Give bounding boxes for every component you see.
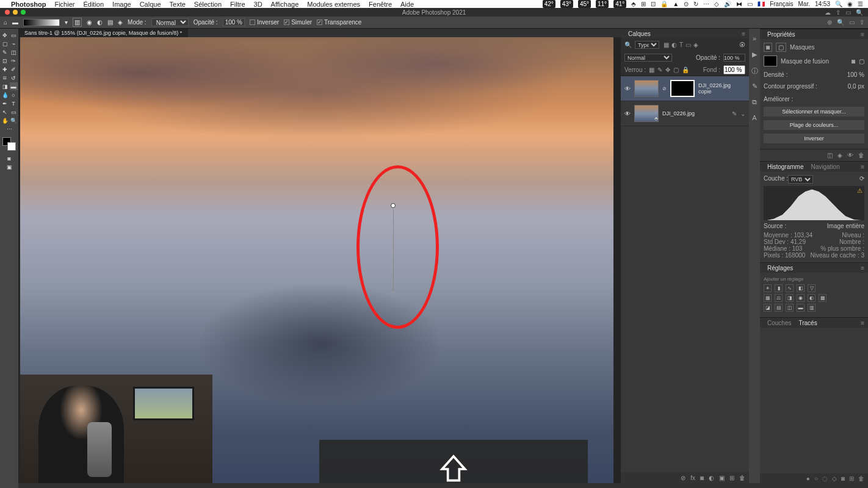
lock-all-icon[interactable]: 🔒 <box>682 66 689 73</box>
quick-mask-icon[interactable]: ◙ <box>5 154 13 162</box>
brush-settings-icon[interactable]: ✎ <box>750 82 759 91</box>
menu-edition[interactable]: Édition <box>83 1 104 8</box>
panel-menu-icon[interactable]: ≡ <box>861 265 864 271</box>
panel-menu-icon[interactable]: ≡ <box>742 30 745 37</box>
zoom-tool[interactable]: 🔍 <box>10 117 18 124</box>
lock-trans-icon[interactable]: ▦ <box>649 66 654 73</box>
menu-fichier[interactable]: Fichier <box>54 1 74 8</box>
control-center-icon[interactable]: ☰ <box>858 1 863 7</box>
mask-add-icon[interactable]: ▢ <box>859 58 864 65</box>
shape-tool[interactable]: ▭ <box>10 108 18 116</box>
link-icon[interactable]: ⊘ <box>662 86 667 92</box>
layer-thumbnail[interactable]: ⬘ <box>634 105 659 122</box>
gradient-swatch[interactable] <box>23 19 60 26</box>
battery-icon[interactable]: ▭ <box>747 1 753 7</box>
quick-select-tool[interactable]: ✎ <box>1 48 9 56</box>
dither-checkbox[interactable]: ✓Simuler <box>284 19 312 26</box>
gradient-tool[interactable]: ▬ <box>10 82 18 90</box>
hand-tool[interactable]: ✋ <box>1 117 9 124</box>
clone-source-icon[interactable]: ⧉ <box>750 98 759 107</box>
new-path-icon[interactable]: ⊞ <box>849 475 854 482</box>
color-range-button[interactable]: Plage de couleurs... <box>764 120 864 130</box>
menu-app[interactable]: Photoshop <box>11 1 46 8</box>
fill-path-icon[interactable]: ● <box>806 475 810 482</box>
blend-mode-select[interactable]: Normal <box>624 54 672 62</box>
color-lookup-icon[interactable]: ▩ <box>819 294 826 302</box>
info-icon[interactable]: ⓘ <box>750 66 759 75</box>
blend-mode-select[interactable]: Normal <box>151 18 189 26</box>
reverse-checkbox[interactable]: Inverser <box>250 19 279 26</box>
paths-tab[interactable]: Tracés <box>795 318 820 328</box>
lasso-tool[interactable]: ⌁ <box>10 40 18 48</box>
filter-toggle-icon[interactable]: ⦿ <box>739 41 745 48</box>
layer-row[interactable]: 👁 ⬘ DJI_0226.jpg ✎ ⌄ <box>621 101 749 126</box>
source-value[interactable]: Image entière <box>827 223 864 229</box>
chevron-icon[interactable]: ⌄ <box>740 110 745 117</box>
apply-mask-icon[interactable]: ◈ <box>837 152 842 159</box>
density-value[interactable]: 100 % <box>847 71 864 78</box>
lang-label[interactable]: Français <box>770 1 793 7</box>
invert-icon[interactable]: ◪ <box>764 304 772 312</box>
transparency-checkbox[interactable]: ✓Transparence <box>317 19 361 26</box>
link-layers-icon[interactable]: ⊘ <box>681 475 685 481</box>
stamp-tool[interactable]: ⧇ <box>1 74 9 82</box>
edit-toolbar[interactable]: ⋯ <box>5 125 13 133</box>
invert-button[interactable]: Inverser <box>764 134 864 143</box>
gradient-type-radial-icon[interactable]: ◉ <box>87 19 92 26</box>
mask-select-icon[interactable]: ◙ <box>852 58 855 65</box>
lock-nest-icon[interactable]: ▢ <box>673 66 679 73</box>
pen-tool[interactable]: ✒ <box>1 99 9 107</box>
delete-mask-icon[interactable]: 🗑 <box>858 152 864 159</box>
path-select-tool[interactable]: ↖ <box>1 108 9 116</box>
menubar-icon[interactable]: ⊡ <box>651 1 656 7</box>
brush-tool[interactable]: ✐ <box>10 65 18 73</box>
new-layer-icon[interactable]: ⊞ <box>729 475 734 481</box>
channels-tab[interactable]: Couches <box>764 318 795 328</box>
visibility-icon[interactable]: 👁 <box>624 85 631 92</box>
delete-icon[interactable]: 🗑 <box>739 475 745 481</box>
share-icon[interactable]: ⇪ <box>859 19 864 26</box>
move-tool[interactable]: ✥ <box>1 31 9 39</box>
gradient-type-reflected-icon[interactable]: ▤ <box>107 19 113 26</box>
layers-tab[interactable]: Calques <box>624 29 654 38</box>
gradient-type-linear-icon[interactable]: ▥ <box>73 18 82 27</box>
menubar-icon[interactable]: ↻ <box>693 1 698 7</box>
marquee-tool[interactable]: ▢ <box>1 40 9 48</box>
refresh-icon[interactable]: ⟳ <box>859 175 864 184</box>
document-tab[interactable]: Sans titre-1 @ 155% (DJI_0226.jpg copie,… <box>24 30 182 36</box>
panel-menu-icon[interactable]: ≡ <box>861 31 864 38</box>
character-icon[interactable]: A <box>750 114 759 123</box>
search-icon[interactable]: 🔍 <box>837 19 844 26</box>
workspace-icon[interactable]: ▭ <box>845 9 851 16</box>
layer-row[interactable]: 👁 ⊘ DJI_0226.jpg copie <box>621 76 749 101</box>
selective-color-icon[interactable]: ▥ <box>808 304 816 312</box>
threshold-icon[interactable]: ◫ <box>786 304 794 312</box>
dodge-tool[interactable]: ○ <box>10 91 18 99</box>
disable-mask-icon[interactable]: 👁 <box>847 152 853 159</box>
posterize-icon[interactable]: ▤ <box>775 304 783 312</box>
window-zoom-button[interactable] <box>21 10 26 15</box>
artboard-tool[interactable]: ▭ <box>10 31 18 39</box>
type-tool[interactable]: T <box>10 99 18 107</box>
panel-menu-icon[interactable]: ≡ <box>861 320 864 326</box>
window-minimize-button[interactable] <box>13 10 18 15</box>
vector-mask-icon[interactable]: ▢ <box>776 43 786 52</box>
menu-modules[interactable]: Modules externes <box>307 1 360 8</box>
menubar-icon[interactable]: ▲ <box>673 1 679 7</box>
workspace-switch-icon[interactable]: ▭ <box>849 19 855 26</box>
filter-icons[interactable]: ▦◐T▭◈ <box>662 41 700 48</box>
warning-icon[interactable]: ⚠ <box>857 187 863 194</box>
mask-preview[interactable] <box>764 56 777 66</box>
menu-image[interactable]: Image <box>112 1 131 8</box>
search-icon[interactable]: ⊕ <box>827 19 832 26</box>
layer-opacity-value[interactable] <box>723 54 745 62</box>
exposure-icon[interactable]: ◧ <box>797 284 805 292</box>
chevron-down-icon[interactable]: ▾ <box>65 19 68 26</box>
expand-panels-icon[interactable]: » <box>750 35 759 43</box>
vibrance-icon[interactable]: ▽ <box>808 284 816 292</box>
lock-image-icon[interactable]: ✎ <box>657 66 662 73</box>
fx-icon[interactable]: fx <box>690 475 695 481</box>
menubar-icon[interactable]: ⊞ <box>641 1 646 7</box>
color-swatches[interactable] <box>2 137 16 151</box>
fill-value[interactable] <box>723 65 745 74</box>
